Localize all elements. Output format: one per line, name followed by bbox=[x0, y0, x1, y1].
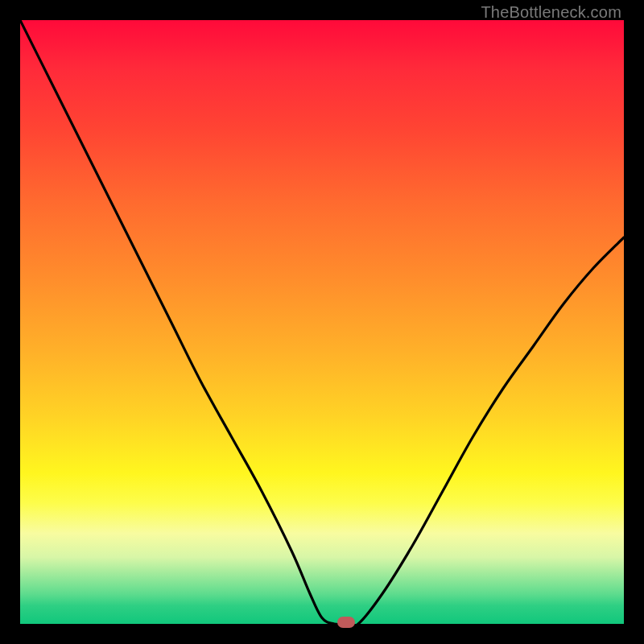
watermark-text: TheBottleneck.com bbox=[481, 3, 621, 22]
optimal-point-marker bbox=[337, 617, 355, 628]
curve-path bbox=[20, 20, 624, 624]
bottleneck-curve bbox=[20, 20, 624, 624]
chart-frame: TheBottleneck.com bbox=[0, 0, 644, 644]
plot-area bbox=[20, 20, 624, 624]
